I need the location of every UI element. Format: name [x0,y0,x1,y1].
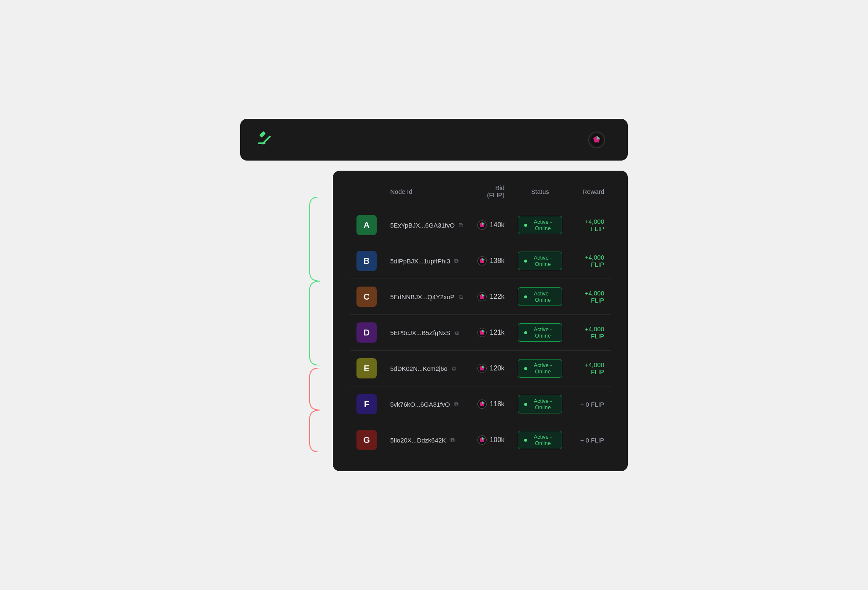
status-dot [524,331,527,334]
status-text: Active - Online [530,219,556,231]
table-row: D 5EP9cJX...B5ZfgNxS ⧉ 121k [350,315,611,351]
flip-token-small [477,400,487,409]
status-badge: Active - Online [518,287,562,306]
col-header-node-id: Node Id [383,184,470,207]
reward-value: +4,000 FLIP [585,218,604,232]
avatar-letter-f: F [356,394,377,414]
avatar-cell: G [350,422,383,458]
reward-value: + 0 FLIP [580,437,604,444]
node-id-cell: 5dDK02N...Kcm2j6o ⧉ [383,351,470,386]
reward-cell: +4,000 FLIP [569,243,611,279]
reward-value: +4,000 FLIP [585,290,604,304]
bid-value: 140k [490,221,505,229]
node-id-cell: 5ExYpBJX...6GA31fvO ⧉ [383,207,470,243]
node-id-value: 5EP9cJX...B5ZfgNxS [390,329,450,336]
bid-value: 121k [490,329,505,336]
data-table: Node Id Bid (FLIP) Status Reward A 5ExYp… [350,184,611,458]
avatar-letter-g: G [356,430,377,450]
svg-rect-2 [258,142,265,144]
col-header-bid: Bid (FLIP) [470,184,511,207]
node-id-value: 5dDK02N...Kcm2j6o [390,365,447,372]
mab-card [240,119,628,161]
bid-cell: 122k [470,279,511,315]
copy-icon[interactable]: ⧉ [459,222,463,229]
reward-cell: + 0 FLIP [569,386,611,422]
flip-token-small [477,256,487,266]
reward-cell: + 0 FLIP [569,422,611,458]
flip-token-small [477,292,487,301]
gavel-icon [257,131,272,149]
node-id-value: 5dIPpBJX...1upffPhi3 [390,257,450,265]
node-id-value: 5Ilo20X...Ddzk642K [390,437,446,444]
avatar-cell: B [350,243,383,279]
status-badge: Active - Online [518,359,562,378]
avatar-letter-e: E [356,358,377,378]
avatar-cell: C [350,279,383,315]
reward-value: +4,000 FLIP [585,361,604,375]
reward-cell: +4,000 FLIP [569,279,611,315]
status-badge: Active - Online [518,252,562,270]
status-text: Active - Online [530,290,556,303]
table-row: E 5dDK02N...Kcm2j6o ⧉ 120k [350,351,611,386]
col-header-reward: Reward [569,184,611,207]
status-cell: Active - Online [511,315,569,351]
status-badge: Active - Online [518,216,562,234]
status-cell: Active - Online [511,279,569,315]
status-dot [524,403,527,406]
node-id-value: 5EdNNBJX...Q4Y2xoP [390,293,455,300]
main-content: Node Id Bid (FLIP) Status Reward A 5ExYp… [333,171,628,471]
node-id-cell: 5vk76kO...6GA31fvO ⧉ [383,386,470,422]
copy-icon[interactable]: ⧉ [455,329,459,336]
status-badge: Active - Online [518,395,562,413]
reward-cell: +4,000 FLIP [569,315,611,351]
bid-cell: 120k [470,351,511,386]
status-dot [524,295,527,298]
mab-left [257,131,279,149]
status-cell: Active - Online [511,422,569,458]
status-dot [524,439,527,442]
reward-cell: +4,000 FLIP [569,207,611,243]
table-row: B 5dIPpBJX...1upffPhi3 ⧉ 138k [350,243,611,279]
node-id-value: 5ExYpBJX...6GA31fvO [390,222,455,229]
status-text: Active - Online [530,398,556,410]
avatar-letter-d: D [356,322,377,343]
node-id-value: 5vk76kO...6GA31fvO [390,401,450,408]
bid-cell: 118k [470,386,511,422]
col-header-avatar [350,184,383,207]
avatar-letter-b: B [356,251,377,271]
copy-icon[interactable]: ⧉ [454,257,458,265]
avatar-letter-c: C [356,287,377,307]
reward-cell: +4,000 FLIP [569,351,611,386]
bid-value: 120k [490,365,505,372]
col-header-status: Status [511,184,569,207]
mab-right [588,131,611,148]
table-row: A 5ExYpBJX...6GA31fvO ⧉ 140k [350,207,611,243]
status-text: Active - Online [530,434,556,446]
status-cell: Active - Online [511,243,569,279]
bid-value: 122k [490,293,505,300]
avatar-cell: A [350,207,383,243]
copy-icon[interactable]: ⧉ [450,437,455,444]
bid-cell: 138k [470,243,511,279]
reward-value: +4,000 FLIP [585,325,604,340]
node-id-cell: 5dIPpBJX...1upffPhi3 ⧉ [383,243,470,279]
status-dot [524,260,527,263]
flip-token-small [477,435,487,445]
table-row: G 5Ilo20X...Ddzk642K ⧉ 100k [350,422,611,458]
status-dot [524,224,527,227]
status-text: Active - Online [530,326,556,339]
copy-icon[interactable]: ⧉ [459,293,463,300]
copy-icon[interactable]: ⧉ [454,401,458,408]
copy-icon[interactable]: ⧉ [452,365,456,372]
status-dot [524,367,527,370]
bid-cell: 140k [470,207,511,243]
status-cell: Active - Online [511,207,569,243]
avatar-cell: F [350,386,383,422]
reward-value: +4,000 FLIP [585,254,604,268]
flip-token-icon-large [588,131,605,148]
avatar-cell: E [350,351,383,386]
node-id-cell: 5Ilo20X...Ddzk642K ⧉ [383,422,470,458]
status-cell: Active - Online [511,351,569,386]
flip-token-small [477,220,487,230]
outer-layout: Node Id Bid (FLIP) Status Reward A 5ExYp… [240,171,628,471]
